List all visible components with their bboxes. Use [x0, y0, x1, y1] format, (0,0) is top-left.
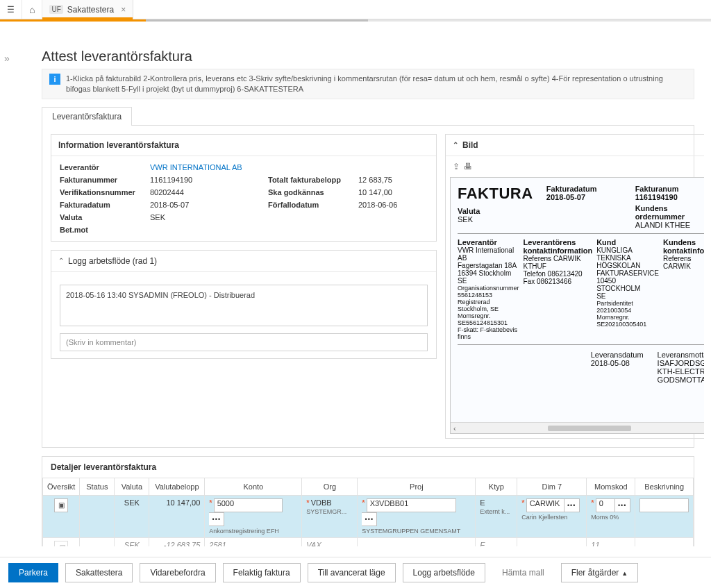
momskod-picker[interactable]: •••: [615, 498, 630, 512]
label-leverantor: Leverantör: [60, 163, 143, 171]
col-momskod[interactable]: Momskod: [587, 478, 635, 495]
fler-atgarder-button[interactable]: Fler åtgärder▲: [561, 563, 639, 582]
proj-subtext: SYSTEMGRUPPEN GEMENSAMT: [362, 528, 471, 535]
proj-picker[interactable]: •••: [362, 512, 377, 526]
export-icon[interactable]: ⇪: [453, 162, 460, 171]
konto-subtext: Ankomstregistrering EFH: [209, 528, 297, 535]
invoice-title: FAKTURA: [458, 185, 541, 203]
col-org[interactable]: Org: [302, 478, 358, 495]
inv-leverantor-h: Leverantör: [458, 238, 519, 246]
inv-moms: SE556124815301: [458, 319, 519, 326]
label-valuta: Valuta: [60, 213, 143, 221]
log-panel-header[interactable]: ⌃ Logg arbetsflöde (rad 1): [51, 251, 436, 272]
bild-toolbar: ⇪ 🖶: [450, 160, 704, 173]
inv-moms-label: Momsregnr.: [458, 312, 519, 319]
felaktig-faktura-button[interactable]: Felaktig faktura: [223, 563, 301, 582]
col-oversikt[interactable]: Översikt: [43, 478, 80, 495]
info-banner: i 1-Klicka på fakturabild 2-Kontrollera …: [42, 69, 694, 99]
hamta-mall-button[interactable]: Hämta mall: [492, 564, 554, 582]
inv-kundorder-label: Kundens ordernummer: [635, 204, 704, 221]
row-expand-button[interactable]: ▣: [54, 541, 68, 546]
col-ktyp[interactable]: Ktyp: [476, 478, 517, 495]
value-verifikationsnummer: 80202444: [150, 188, 261, 196]
value-ska-godkannas: 10 147,00: [358, 188, 428, 196]
value-leverantor[interactable]: VWR INTERNATIONAL AB: [150, 163, 261, 171]
inv-reg: Stockholm, SE: [458, 305, 519, 312]
cell-status: [80, 495, 115, 537]
avancerat-button[interactable]: Till avancerat läge: [308, 563, 396, 582]
col-valuta[interactable]: Valuta: [115, 478, 149, 495]
content-body: Information leverantörsfaktura Leverantö…: [42, 125, 694, 448]
inv-kund-ref: Referens CARWIK: [663, 255, 704, 270]
inv-levmott-lines: ISAFJORDSGA KTH-ELECTRU GODSMOTTAG: [658, 359, 704, 384]
menu-button[interactable]: [0, 0, 22, 19]
inv-levkontakt-h: Leverantörens kontaktinformation: [524, 238, 593, 255]
cell-valuta: SEK: [115, 495, 149, 537]
content-tabs: Leverantörsfaktura: [42, 106, 694, 125]
konto-input[interactable]: 5000: [214, 498, 283, 512]
print-icon[interactable]: 🖶: [464, 162, 472, 171]
scroll-left-icon[interactable]: ‹: [453, 424, 456, 432]
row-expand-button[interactable]: ▣: [54, 498, 68, 512]
label-fakturanummer: Fakturanummer: [60, 176, 143, 184]
dim7-input[interactable]: CARWIK: [526, 498, 564, 512]
log-panel-title: Logg arbetsflöde (rad 1): [68, 256, 157, 266]
close-icon[interactable]: ×: [121, 5, 126, 15]
inv-levmott-h: Leveransmotta: [658, 351, 704, 359]
logg-button[interactable]: Logg arbetsflöde: [403, 563, 485, 582]
required-marker: *: [521, 498, 524, 507]
inv-reg-label: Registrerad: [458, 299, 519, 305]
inv-kundkontakt-h: Kundens kontaktinforma: [663, 238, 704, 255]
konto-picker[interactable]: •••: [209, 512, 224, 526]
inv-lev-tel: Telefon 086213420: [524, 270, 593, 278]
page-title: Attest leverantörsfaktura: [42, 49, 704, 65]
col-valutabelopp[interactable]: Valutabelopp: [149, 478, 205, 495]
inv-lev-ref: Referens CARWIK KTHUF: [524, 255, 593, 270]
col-beskrivning[interactable]: Beskrivning: [635, 478, 694, 495]
value-betmot: [150, 226, 261, 234]
col-status[interactable]: Status: [80, 478, 115, 495]
inv-valuta-label: Valuta: [458, 207, 541, 215]
action-bar: Parkera Sakattestera Vidarebefordra Fela…: [0, 557, 711, 588]
tab-leverantorsfaktura[interactable]: Leverantörsfaktura: [42, 107, 132, 126]
invoice-scrollbar-horizontal[interactable]: ‹ ›: [451, 422, 704, 433]
scrollbar-thumb[interactable]: [548, 426, 631, 431]
table-header-row: Översikt Status Valuta Valutabelopp Kont…: [43, 478, 694, 495]
bild-panel-title: Bild: [462, 140, 478, 150]
invoice-image-frame[interactable]: FAKTURA Valuta SEK Fakturadatum 2018-05-…: [450, 177, 704, 434]
value-fakturanummer: 1161194190: [150, 176, 261, 184]
log-entry: 2018-05-16 13:40 SYSADMIN (FREOLO) - Dis…: [60, 285, 428, 326]
momskod-input[interactable]: 0: [596, 498, 615, 512]
col-konto[interactable]: Konto: [205, 478, 302, 495]
inv-parts-label: Partsidentitet: [596, 300, 659, 307]
col-proj[interactable]: Proj: [358, 478, 476, 495]
inv-valuta: SEK: [458, 215, 541, 224]
main-content: Attest leverantörsfaktura i 1-Klicka på …: [32, 42, 704, 546]
caret-up-icon: ▲: [621, 570, 628, 577]
beskrivning-input[interactable]: [639, 498, 689, 512]
label-verifikationsnummer: Verifikationsnummer: [60, 188, 143, 196]
col-dim7[interactable]: Dim 7: [517, 478, 587, 495]
required-marker: *: [306, 498, 309, 507]
value-valuta: SEK: [150, 213, 261, 221]
bild-panel: ⌃ Bild ⇪ 🖶 FAKTURA Valuta: [445, 134, 704, 439]
value-fakturadatum: 2018-05-07: [150, 201, 261, 209]
inv-kund-lines: KUNGLIGA TEKNISKA HÖGSKOLAN FAKTURASERVI…: [596, 246, 659, 300]
org-subtext: SYSTEMGR...: [306, 508, 353, 515]
required-marker: *: [362, 498, 365, 507]
parkera-button[interactable]: Parkera: [8, 563, 58, 582]
inv-orgnr-label: Organisationsnummer: [458, 285, 519, 292]
bild-panel-header[interactable]: ⌃ Bild: [446, 135, 704, 156]
vidarebefordra-button[interactable]: Vidarebefordra: [140, 563, 215, 582]
sakattestera-button[interactable]: Sakattestera: [65, 563, 133, 582]
tab-sakattestera[interactable]: UF Sakattestera ×: [42, 0, 133, 19]
sidebar-toggle[interactable]: »: [4, 53, 10, 64]
cell-ktyp: E: [476, 537, 517, 546]
dim7-picker[interactable]: •••: [564, 498, 580, 512]
comment-input[interactable]: (Skriv in kommentar): [60, 333, 428, 351]
details-title: Detaljer leverantörsfaktura: [42, 456, 694, 478]
ktyp-subtext: Externt k...: [480, 508, 512, 515]
home-button[interactable]: [22, 0, 42, 19]
value-forfallo: 2018-06-06: [358, 201, 428, 209]
proj-input[interactable]: X3VDBB01: [367, 498, 456, 512]
